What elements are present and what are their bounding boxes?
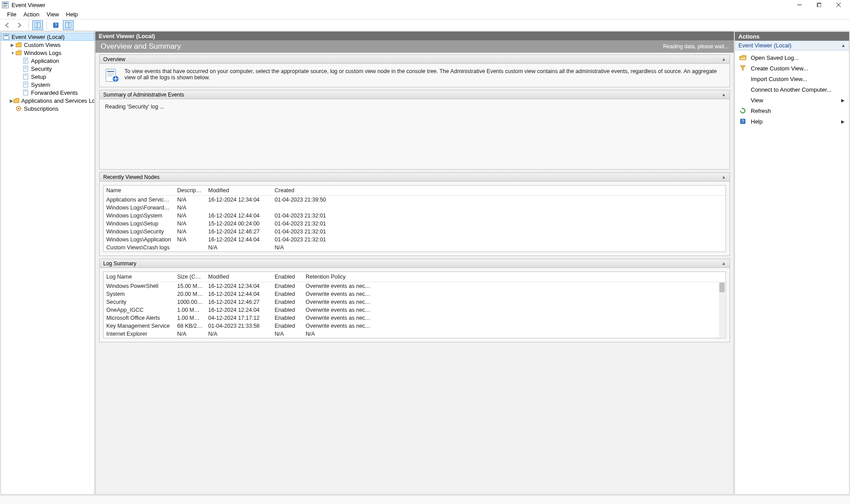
- col-modified[interactable]: Modified: [206, 272, 272, 282]
- cell: Overwrite events as nece...: [303, 314, 374, 322]
- scrollbar[interactable]: [719, 282, 725, 337]
- col-created[interactable]: Created: [272, 186, 338, 196]
- collapse-icon[interactable]: ▲: [722, 261, 726, 266]
- forward-button[interactable]: [14, 20, 25, 30]
- cell: [175, 244, 206, 252]
- table-row[interactable]: Applications and Services ...N/A16-12-20…: [104, 196, 726, 204]
- svg-rect-36: [107, 75, 113, 76]
- table-row[interactable]: Microsoft Office Alerts1.00 MB/1...04-12…: [104, 314, 726, 322]
- svg-text:?: ?: [54, 23, 57, 28]
- table-row[interactable]: Custom Views\Crash logsN/AN/A: [104, 244, 726, 252]
- tree-security[interactable]: Security: [15, 65, 94, 73]
- svg-rect-10: [37, 23, 40, 28]
- col-retention[interactable]: Retention Policy: [303, 272, 374, 282]
- close-button[interactable]: [829, 0, 848, 10]
- collapse-icon[interactable]: ▲: [722, 92, 726, 97]
- tree-pane[interactable]: Event Viewer (Local) ▶ Custom Views ▾ Wi…: [0, 31, 95, 495]
- table-row[interactable]: Windows Logs\ApplicationN/A16-12-2024 12…: [104, 236, 726, 244]
- table-row[interactable]: Windows Logs\SetupN/A15-12-2024 00:24:00…: [104, 220, 726, 228]
- help-button[interactable]: ?: [50, 20, 61, 30]
- tree-label: Custom Views: [24, 42, 61, 48]
- cell: 01-04-2023 21:39:50: [272, 196, 338, 204]
- log-title: Log Summary: [103, 260, 136, 267]
- tree-application[interactable]: Application: [15, 57, 94, 65]
- action-label: Refresh: [751, 108, 771, 114]
- actions-group[interactable]: Event Viewer (Local) ▲: [735, 41, 849, 50]
- svg-rect-16: [4, 35, 8, 36]
- action-label: Help: [751, 118, 763, 125]
- table-row[interactable]: Windows Logs\SystemN/A16-12-2024 12:44:0…: [104, 212, 726, 220]
- table-row[interactable]: Internet ExplorerN/AN/AN/AN/A: [104, 330, 726, 338]
- action-connect-computer[interactable]: Connect to Another Computer...: [735, 84, 849, 95]
- cell: Overwrite events as nece...: [303, 306, 374, 314]
- menu-file[interactable]: File: [4, 10, 20, 19]
- action-import-custom-view[interactable]: Import Custom View...: [735, 74, 849, 84]
- table-row[interactable]: Windows Logs\SecurityN/A16-12-2024 12:46…: [104, 228, 726, 236]
- subscriptions-icon: [15, 105, 22, 112]
- log-icon: [22, 89, 29, 96]
- folder-icon: [15, 49, 22, 56]
- table-row[interactable]: Key Management Service68 KB/20 ...01-04-…: [104, 322, 726, 330]
- tree-system[interactable]: System: [15, 81, 94, 89]
- summary-title: Summary of Administrative Events: [103, 92, 184, 98]
- collapse-icon[interactable]: ▾: [10, 50, 15, 55]
- maximize-button[interactable]: [809, 0, 829, 10]
- recent-table[interactable]: Name Description Modified Created Applic…: [104, 186, 726, 252]
- cell: N/A: [206, 330, 272, 338]
- tree-label: Applications and Services Logs: [21, 97, 95, 104]
- action-refresh[interactable]: Refresh: [735, 105, 849, 116]
- col-enabled[interactable]: Enabled: [272, 272, 303, 282]
- cell: 68 KB/20 ...: [175, 322, 206, 330]
- col-size[interactable]: Size (Curre...: [175, 272, 206, 282]
- cell: Enabled: [272, 306, 303, 314]
- col-modified[interactable]: Modified: [206, 186, 272, 196]
- tree-subscriptions[interactable]: Subscriptions: [8, 105, 94, 112]
- collapse-icon[interactable]: ▲: [841, 43, 846, 48]
- col-logname[interactable]: Log Name: [104, 272, 175, 282]
- cell: 01-04-2023 21:32:01: [272, 212, 338, 220]
- tree-label: Windows Logs: [24, 50, 62, 56]
- show-tree-button[interactable]: [32, 20, 43, 30]
- cell: Applications and Services ...: [104, 196, 175, 204]
- tree-forwarded[interactable]: Forwarded Events: [15, 89, 94, 97]
- tree-label: System: [31, 81, 50, 88]
- svg-rect-6: [818, 4, 821, 7]
- action-help[interactable]: ? Help ▶: [735, 116, 849, 127]
- back-button[interactable]: [2, 20, 12, 30]
- show-actions-button[interactable]: [63, 20, 74, 30]
- menu-view[interactable]: View: [43, 10, 62, 19]
- cell: N/A: [272, 244, 338, 252]
- table-row[interactable]: Windows Logs\Forwarded...N/A: [104, 204, 726, 212]
- expand-icon[interactable]: ▶: [10, 98, 13, 103]
- blank-icon: [739, 86, 746, 93]
- collapse-icon[interactable]: ▲: [722, 174, 726, 179]
- collapse-icon[interactable]: ▲: [722, 57, 726, 62]
- log-icon: [22, 57, 29, 64]
- action-view[interactable]: View ▶: [735, 95, 849, 105]
- tree-label: Setup: [31, 74, 46, 80]
- cell: N/A: [303, 330, 374, 338]
- menu-help[interactable]: Help: [62, 10, 82, 19]
- log-table[interactable]: Log Name Size (Curre... Modified Enabled…: [104, 272, 726, 338]
- table-row[interactable]: System20.00 MB/...16-12-2024 12:44:04Ena…: [104, 290, 726, 298]
- tree-windows-logs[interactable]: ▾ Windows Logs: [8, 49, 94, 57]
- action-open-saved-log[interactable]: Open Saved Log...: [735, 52, 849, 63]
- cell: 16-12-2024 12:34:04: [206, 282, 272, 291]
- cell: 16-12-2024 12:44:04: [206, 212, 272, 220]
- table-row[interactable]: OneApp_IGCC1.00 MB/1...16-12-2024 12:24:…: [104, 306, 726, 314]
- cell: Overwrite events as nece...: [303, 282, 374, 291]
- minimize-button[interactable]: [790, 0, 809, 10]
- expand-icon[interactable]: ▶: [10, 43, 15, 47]
- col-name[interactable]: Name: [104, 186, 175, 196]
- col-desc[interactable]: Description: [175, 186, 206, 196]
- table-row[interactable]: Windows PowerShell15.00 MB/...16-12-2024…: [104, 282, 726, 291]
- tree-setup[interactable]: Setup: [15, 73, 94, 81]
- tree-custom-views[interactable]: ▶ Custom Views: [8, 41, 94, 49]
- table-row[interactable]: Security1000.00 M...16-12-2024 12:46:27E…: [104, 298, 726, 306]
- menu-action[interactable]: Action: [20, 10, 43, 19]
- tree-app-services[interactable]: ▶ Applications and Services Logs: [8, 97, 94, 105]
- cell: Security: [104, 298, 175, 306]
- cell: 16-12-2024 12:24:04: [206, 306, 272, 314]
- tree-root[interactable]: Event Viewer (Local): [1, 33, 94, 41]
- action-create-custom-view[interactable]: Create Custom View...: [735, 63, 849, 74]
